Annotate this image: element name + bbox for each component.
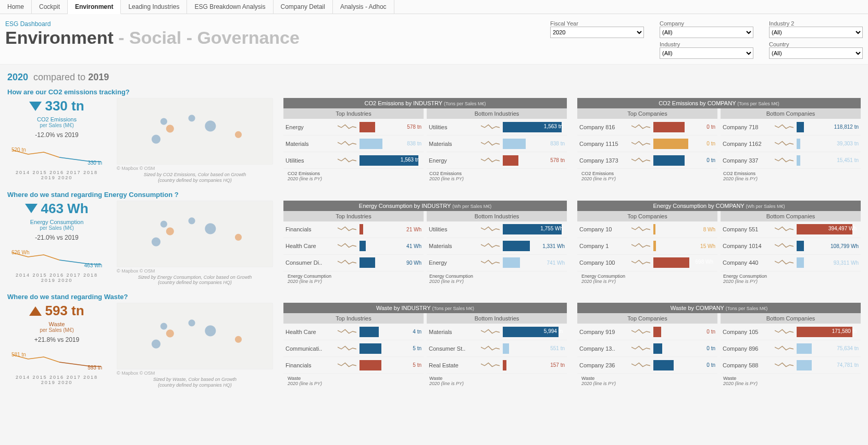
list-item[interactable]: Utilities1,755 Wh <box>427 221 567 238</box>
section-energy: Where do we stand regarding Energy Consu… <box>0 189 868 291</box>
item-bar <box>503 155 547 166</box>
list-item[interactable]: Materials1,331 Wh <box>427 238 567 255</box>
half-title: Bottom Companies <box>721 313 861 324</box>
list-item[interactable]: Materials838 tn <box>427 135 567 152</box>
item-value: 15 Wh <box>700 243 715 249</box>
industry-select[interactable]: (All) <box>660 47 753 59</box>
list-item[interactable]: Financials5 tn <box>283 357 424 374</box>
sparkline-icon <box>775 155 793 166</box>
list-item[interactable]: Company 116239,303 tn <box>721 135 861 152</box>
list-item[interactable]: Consumer Di..90 Wh <box>283 255 424 271</box>
map-attribution: © Mapbox © OSM <box>117 370 273 376</box>
item-value: 90 Wh <box>406 260 421 266</box>
sparkline-icon <box>481 327 500 337</box>
list-item[interactable]: Materials838 tn <box>283 135 424 152</box>
item-name: Energy <box>429 259 478 266</box>
fiscal-year-select[interactable]: 2020 <box>550 27 644 38</box>
item-bar <box>503 360 547 370</box>
item-bar: 1,563 tn <box>359 155 421 166</box>
item-name: Company 1373 <box>579 157 628 164</box>
map-attribution: © Mapbox © OSM <box>117 166 273 171</box>
list-item[interactable]: Health Care4 tn <box>283 324 424 340</box>
tab-analysis---adhoc[interactable]: Analysis - Adhoc <box>333 0 394 14</box>
half-title: Bottom Industries <box>427 313 567 324</box>
list-item[interactable]: Utilities1,563 tn <box>427 119 567 135</box>
list-item[interactable]: Company 105171,580 tn <box>721 324 861 340</box>
item-value: 74,781 tn <box>837 362 859 368</box>
filter-label: Country <box>769 41 863 47</box>
list-item[interactable]: Company 8160 tn <box>577 119 717 135</box>
item-name: Company 896 <box>723 345 772 352</box>
item-name: Energy <box>286 124 334 130</box>
kpi-sublabel: per Sales (M€) <box>7 327 106 333</box>
list-item[interactable]: Energy578 tn <box>283 119 424 135</box>
arrow-up-icon <box>29 306 42 316</box>
list-item[interactable]: Company 1014108,799 Wh <box>721 238 861 255</box>
list-item[interactable]: Company 115 Wh <box>577 238 717 255</box>
item-name: Financials <box>286 362 334 368</box>
half-title: Top Industries <box>283 211 424 221</box>
tab-environment[interactable]: Environment <box>68 0 121 14</box>
item-value: 0 tn <box>706 141 715 146</box>
tab-company-detail[interactable]: Company Detail <box>274 0 333 14</box>
list-item[interactable]: Company 44093,311 Wh <box>721 255 861 271</box>
list-item[interactable]: Company 9190 tn <box>577 324 717 340</box>
map-chart[interactable] <box>117 98 273 165</box>
list-item[interactable]: Consumer St..551 tn <box>427 340 567 357</box>
map-chart[interactable] <box>117 201 273 267</box>
list-item[interactable]: Company 33715,451 tn <box>721 152 861 169</box>
item-value: 5 tn <box>413 345 421 351</box>
country-select[interactable]: (All) <box>769 47 863 59</box>
item-value: 41 Wh <box>406 243 421 249</box>
list-item[interactable]: Company 718118,812 tn <box>721 119 861 135</box>
tab-home[interactable]: Home <box>0 0 32 14</box>
list-item[interactable]: Energy578 tn <box>427 152 567 169</box>
map-attribution: © Mapbox © OSM <box>117 268 273 274</box>
half-title: Top Companies <box>577 211 717 221</box>
item-bar <box>503 139 547 149</box>
arrow-down-icon <box>25 204 38 213</box>
list-item[interactable]: Materials5,994 tn <box>427 324 567 340</box>
item-bar <box>653 343 703 354</box>
kpi-label: Energy Consumption <box>7 219 106 225</box>
list-item[interactable]: Energy741 Wh <box>427 255 567 271</box>
sparkline-icon <box>631 343 650 354</box>
tab-cockpit[interactable]: Cockpit <box>32 0 68 14</box>
map-caption: Sized by CO2 Emissions, Color based on G… <box>117 172 273 183</box>
list-item[interactable]: Company 551394,497 Wh <box>721 221 861 238</box>
company-select[interactable]: (All) <box>660 27 753 38</box>
item-name: Company 588 <box>723 362 772 368</box>
tab-esg-breakdown-analysis[interactable]: ESG Breakdown Analysis <box>187 0 273 14</box>
tab-leading-industries[interactable]: Leading Industries <box>121 0 187 14</box>
list-item[interactable]: Company 89675,634 tn <box>721 340 861 357</box>
list-item[interactable]: Company 100698 Wh <box>577 255 717 271</box>
item-bar <box>503 343 547 354</box>
compare-prev-year: 2019 <box>88 72 109 82</box>
map-block: © Mapbox © OSMSized by CO2 Emissions, Co… <box>117 98 273 183</box>
list-item[interactable]: Communicati..5 tn <box>283 340 424 357</box>
list-item[interactable]: Company 11150 tn <box>577 135 717 152</box>
list-item[interactable]: Company 2360 tn <box>577 357 717 374</box>
map-chart[interactable] <box>117 303 273 369</box>
list-item[interactable]: Utilities1,563 tn <box>283 152 424 169</box>
sparkline-icon <box>481 139 500 149</box>
item-value: 1,755 Wh <box>540 226 563 231</box>
filter-label: Company <box>660 20 753 27</box>
list-item[interactable]: Health Care41 Wh <box>283 238 424 255</box>
compare-text: compared to <box>33 72 85 82</box>
list-item[interactable]: Company 13..0 tn <box>577 340 717 357</box>
trend-end-label: 463 Wh <box>84 263 102 268</box>
industry2-select[interactable]: (All) <box>769 27 863 38</box>
sparkline-icon <box>631 327 650 337</box>
item-bar <box>653 139 703 149</box>
list-item[interactable]: Company 108 Wh <box>577 221 717 238</box>
panel-title: Energy Consumption by COMPANY (Wh per Sa… <box>577 201 861 211</box>
list-item[interactable]: Company 13730 tn <box>577 152 717 169</box>
item-bar: 5,994 tn <box>503 327 565 337</box>
list-item[interactable]: Real Estate157 tn <box>427 357 567 374</box>
list-item[interactable]: Company 58874,781 tn <box>721 357 861 374</box>
filter-fiscal-year: Fiscal Year 2020 <box>550 20 644 38</box>
item-name: Materials <box>429 329 478 335</box>
panel: Waste by INDUSTRY (Tons per Sales M€)Top… <box>283 303 567 388</box>
list-item[interactable]: Financials21 Wh <box>283 221 424 238</box>
